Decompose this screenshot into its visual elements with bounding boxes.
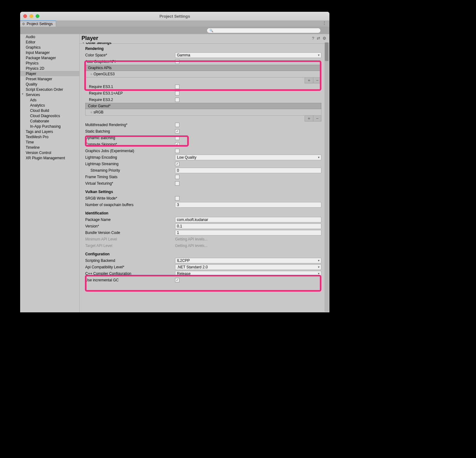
require-es31aep-label: Require ES3.1+AEP xyxy=(89,91,175,95)
row-compute-skinning: Compute Skinning* ✓ xyxy=(80,141,323,148)
version-input[interactable] xyxy=(175,223,321,229)
row-auto-graphics-api: Auto Graphics API xyxy=(80,58,323,65)
minimize-icon[interactable] xyxy=(29,14,33,18)
incremental-gc-checkbox[interactable]: ✓ xyxy=(175,278,179,282)
color-gamut-item[interactable]: ≡ sRGB xyxy=(85,109,321,116)
scripting-backend-dropdown[interactable]: IL2CPP xyxy=(175,258,321,263)
require-es31-checkbox[interactable] xyxy=(175,85,179,89)
list-remove-button[interactable]: − xyxy=(313,116,321,121)
multithreaded-rendering-checkbox[interactable] xyxy=(175,123,179,127)
incremental-gc-label: Use incremental GC xyxy=(85,278,175,282)
compute-skinning-checkbox[interactable]: ✓ xyxy=(175,142,179,147)
sidebar-item-quality[interactable]: Quality xyxy=(20,81,79,87)
cpp-compiler-label: C++ Compiler Configuration xyxy=(85,271,175,276)
graphics-apis-header: Graphics APIs xyxy=(85,65,321,71)
sidebar-item-player[interactable]: Player xyxy=(20,71,79,76)
minimum-api-level-label: Minimum API Level xyxy=(85,237,175,241)
sidebar-item-time[interactable]: Time xyxy=(20,139,79,145)
close-icon[interactable] xyxy=(23,14,27,18)
sidebar-item-cloud-diagnostics[interactable]: Cloud Diagnostics xyxy=(20,113,79,118)
row-multithreaded-rendering: Multithreaded Rendering* xyxy=(80,121,323,128)
require-es31aep-checkbox[interactable] xyxy=(175,91,179,95)
graphics-jobs-checkbox[interactable] xyxy=(175,149,179,153)
drag-handle-icon[interactable]: ≡ xyxy=(90,111,92,114)
foldout-other-settings[interactable]: Other Settings xyxy=(80,42,323,45)
scroll-thumb[interactable] xyxy=(325,42,328,61)
sidebar-item-physics[interactable]: Physics xyxy=(20,60,79,66)
sidebar-item-physics-2d[interactable]: Physics 2D xyxy=(20,66,79,71)
vertical-scrollbar[interactable] xyxy=(324,42,329,312)
zoom-icon[interactable] xyxy=(36,14,39,18)
require-es32-checkbox[interactable] xyxy=(175,98,179,102)
dynamic-batching-label: Dynamic Batching xyxy=(85,136,175,140)
tab-menu-icon[interactable]: ⋮ xyxy=(319,20,329,27)
sidebar-item-editor[interactable]: Editor xyxy=(20,39,79,45)
row-lightmap-encoding: Lightmap Encoding Low Quality xyxy=(80,154,323,161)
tab-project-settings[interactable]: ⚙ Project Settings xyxy=(20,20,56,27)
virtual-texturing-checkbox[interactable] xyxy=(175,181,179,186)
row-virtual-texturing: Virtual Texturing* xyxy=(80,180,323,187)
frame-timing-checkbox[interactable] xyxy=(175,175,179,179)
sidebar-item-version-control[interactable]: Version Control xyxy=(20,150,79,155)
sidebar-item-textmesh-pro[interactable]: TextMesh Pro xyxy=(20,134,79,139)
srgb-write-checkbox[interactable] xyxy=(175,196,179,200)
color-gamut-label: sRGB xyxy=(94,110,104,114)
search-icon: 🔍 xyxy=(209,29,213,32)
color-space-dropdown[interactable]: Gamma xyxy=(175,52,321,58)
sidebar-item-collaborate[interactable]: Collaborate xyxy=(20,118,79,124)
sidebar-item-ads[interactable]: Ads xyxy=(20,97,79,103)
help-icon[interactable]: ? xyxy=(312,36,314,41)
section-identification: Identification xyxy=(80,210,323,216)
lightmap-streaming-checkbox[interactable]: ✓ xyxy=(175,162,179,166)
static-batching-checkbox[interactable]: ✓ xyxy=(175,129,179,134)
sidebar-item-script-exec-order[interactable]: Script Execution Order xyxy=(20,87,79,92)
row-streaming-priority: Streaming Priority xyxy=(80,167,323,174)
streaming-priority-input[interactable] xyxy=(175,168,321,173)
row-frame-timing: Frame Timing Stats xyxy=(80,174,323,180)
auto-graphics-api-checkbox[interactable] xyxy=(175,59,179,64)
main-panel: Player ? ⇄ ⚙ Other Settings Rendering Co… xyxy=(80,34,329,312)
list-add-button[interactable]: + xyxy=(305,116,313,121)
tab-label: Project Settings xyxy=(27,22,53,26)
row-scripting-backend: Scripting Backend IL2CPP xyxy=(80,257,323,264)
window-title: Project Settings xyxy=(160,14,190,19)
sidebar-item-services[interactable]: Services xyxy=(20,92,79,97)
preset-icon[interactable]: ⇄ xyxy=(317,36,320,41)
sidebar-item-xr-plugin-management[interactable]: XR Plugin Management xyxy=(20,155,79,161)
package-name-input[interactable] xyxy=(175,217,321,222)
api-compatibility-dropdown[interactable]: .NET Standard 2.0 xyxy=(175,264,321,270)
color-gamut-header: Color Gamut* xyxy=(85,103,321,109)
lightmap-encoding-dropdown[interactable]: Low Quality xyxy=(175,155,321,160)
sidebar-item-tags-and-layers[interactable]: Tags and Layers xyxy=(20,129,79,134)
gear-icon[interactable]: ⚙ xyxy=(323,36,326,41)
sidebar-item-cloud-build[interactable]: Cloud Build xyxy=(20,108,79,113)
row-cpp-compiler-config: C++ Compiler Configuration Release xyxy=(80,270,323,277)
graphics-api-item[interactable]: ≡ OpenGLES3 xyxy=(85,71,321,77)
row-minimum-api-level: Minimum API Level Getting API levels... xyxy=(80,236,323,242)
sidebar-item-input-manager[interactable]: Input Manager xyxy=(20,50,79,55)
row-static-batching: Static Batching ✓ xyxy=(80,128,323,134)
drag-handle-icon[interactable]: ≡ xyxy=(90,73,92,76)
sidebar-item-in-app-purchasing[interactable]: In-App Purchasing xyxy=(20,124,79,129)
virtual-texturing-label: Virtual Texturing* xyxy=(85,181,175,186)
graphics-apis-list: Graphics APIs ≡ OpenGLES3 + − xyxy=(85,65,321,83)
list-remove-button[interactable]: − xyxy=(313,77,321,83)
sidebar-item-graphics[interactable]: Graphics xyxy=(20,45,79,50)
sidebar-item-preset-manager[interactable]: Preset Manager xyxy=(20,76,79,81)
search-input[interactable]: 🔍 xyxy=(207,28,321,33)
bundle-version-code-input[interactable] xyxy=(175,230,321,236)
require-es32-label: Require ES3.2 xyxy=(89,98,175,102)
sidebar-item-analytics[interactable]: Analytics xyxy=(20,103,79,108)
cpp-compiler-dropdown[interactable]: Release xyxy=(175,271,321,276)
swapchain-input[interactable] xyxy=(175,202,321,208)
compute-skinning-label: Compute Skinning* xyxy=(85,142,175,147)
page-title: Player xyxy=(82,35,98,42)
target-api-level-label: Target API Level xyxy=(85,244,175,248)
api-compatibility-label: Api Compatibility Level* xyxy=(85,265,175,269)
list-add-button[interactable]: + xyxy=(305,77,313,83)
sidebar-item-audio[interactable]: Audio xyxy=(20,34,79,39)
sidebar-item-timeline[interactable]: Timeline xyxy=(20,145,79,150)
inspector: Other Settings Rendering Color Space* Ga… xyxy=(80,42,323,312)
dynamic-batching-checkbox[interactable] xyxy=(175,136,179,140)
sidebar-item-package-manager[interactable]: Package Manager xyxy=(20,55,79,60)
